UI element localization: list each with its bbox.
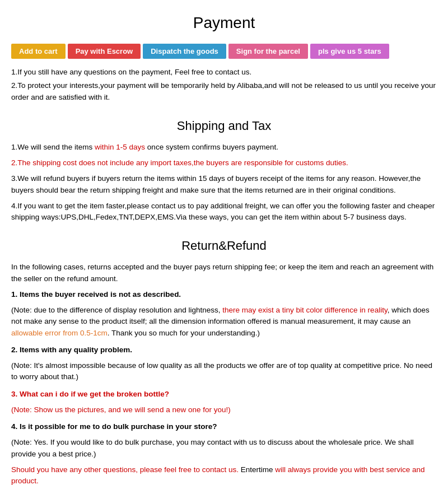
page-title: Payment [11, 11, 437, 35]
refund-item1-title: 1. Items the buyer received is not as de… [11, 289, 437, 300]
step-dispatch[interactable]: Dispatch the goods [143, 44, 226, 59]
payment-info: 1.If you still have any questions on the… [11, 67, 437, 103]
payment-line-1: 1.If you still have any questions on the… [11, 67, 437, 78]
refund-item3-note: (Note: Show us the pictures, and we will… [11, 404, 437, 416]
steps-bar: Add to cart Pay with Escrow Dispatch the… [11, 44, 437, 59]
shipping-line-3: 3.We will refund buyers if buyers return… [11, 173, 437, 196]
refund-item2-note: (Note: It's almost impossible because of… [11, 360, 437, 383]
shipping-line1-post: once system confirms buyers payment. [145, 143, 278, 151]
contact-line: Should you have any other questions, ple… [11, 464, 437, 485]
shipping-line1-pre: 1.We will send the items [11, 143, 95, 151]
refund-item1-note-highlight2: allowable error from 0.5-1cm [11, 329, 108, 337]
step-add-to-cart[interactable]: Add to cart [11, 44, 66, 59]
step-pay-escrow[interactable]: Pay with Escrow [68, 44, 141, 59]
shipping-line-2: 2.The shipping cost does not include any… [11, 157, 437, 169]
shipping-line-4: 4.If you want to get the item faster,ple… [11, 200, 437, 223]
refund-item1-note-highlight: there may exist a tiny bit color differe… [222, 306, 387, 314]
refund-item4-bold: 4. Is it possible for me to do bulk purc… [11, 422, 217, 431]
refund-item1-note-pre: (Note: due to the difference of display … [11, 306, 222, 314]
refund-item2-title: 2. Items with any quality problem. [11, 344, 437, 356]
refund-item4-title: 4. Is it possible for me to do bulk purc… [11, 421, 437, 432]
shipping-line-1: 1.We will send the items within 1-5 days… [11, 142, 437, 153]
refund-item1-note: (Note: due to the difference of display … [11, 305, 437, 339]
refund-section: In the following cases, returns accepted… [11, 262, 437, 485]
shipping-title: Shipping and Tax [11, 116, 437, 135]
refund-item1-note-post: . Thank you so much for your understandi… [108, 329, 260, 337]
refund-item2-bold: 2. Items with any quality problem. [11, 346, 132, 354]
shipping-section: 1.We will send the items within 1-5 days… [11, 142, 437, 223]
step-give-stars[interactable]: pls give us 5 stars [310, 44, 389, 59]
refund-intro: In the following cases, returns accepted… [11, 262, 437, 285]
step-sign-parcel[interactable]: Sign for the parcel [228, 44, 308, 59]
payment-line-2: 2.To protect your interests,your payment… [11, 80, 437, 103]
contact-pre: Should you have any other questions, ple… [11, 465, 241, 474]
shipping-line1-highlight: within 1-5 days [95, 143, 145, 151]
refund-item3-title: 3. What can i do if we get the broken bo… [11, 389, 437, 400]
refund-title: Return&Refund [11, 236, 437, 255]
refund-item4-note: (Note: Yes. If you would like to do bulk… [11, 437, 437, 460]
contact-brand: Entertime [241, 465, 273, 474]
refund-item1-bold: 1. Items the buyer received is not as de… [11, 290, 181, 299]
